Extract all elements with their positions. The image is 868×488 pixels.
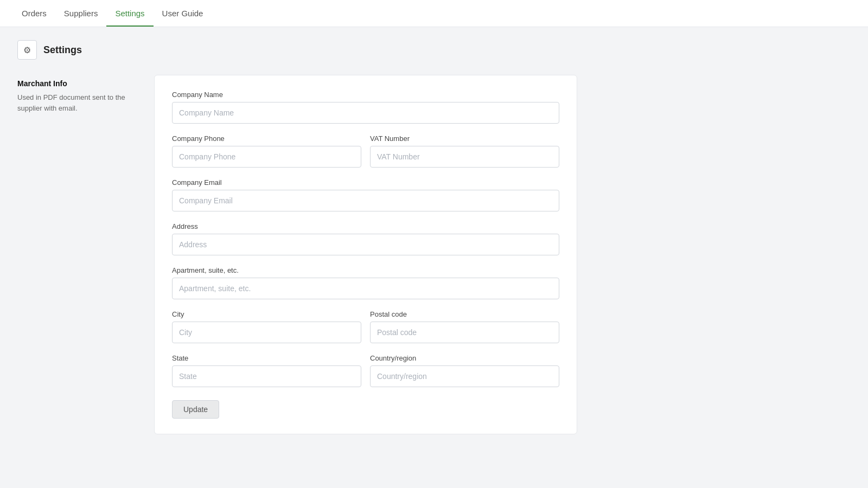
company-phone-label: Company Phone bbox=[172, 134, 361, 143]
sidebar-section-title: Marchant Info bbox=[17, 79, 137, 88]
apartment-group: Apartment, suite, etc. bbox=[172, 266, 559, 299]
address-label: Address bbox=[172, 222, 559, 230]
vat-number-group: VAT Number bbox=[370, 134, 559, 168]
city-postal-row: City Postal code bbox=[172, 310, 559, 354]
company-name-input[interactable] bbox=[172, 102, 559, 124]
company-email-group: Company Email bbox=[172, 178, 559, 211]
company-email-input[interactable] bbox=[172, 190, 559, 211]
merchant-info-form: Company Name Company Phone VAT Number Co… bbox=[154, 75, 577, 434]
postal-code-group: Postal code bbox=[370, 310, 559, 343]
vat-number-label: VAT Number bbox=[370, 134, 559, 143]
nav-settings[interactable]: Settings bbox=[106, 1, 153, 27]
nav-suppliers[interactable]: Suppliers bbox=[55, 1, 107, 27]
company-phone-group: Company Phone bbox=[172, 134, 361, 168]
address-group: Address bbox=[172, 222, 559, 255]
state-label: State bbox=[172, 354, 361, 362]
nav-user-guide[interactable]: User Guide bbox=[154, 1, 212, 27]
vat-number-input[interactable] bbox=[370, 146, 559, 168]
country-input[interactable] bbox=[370, 365, 559, 387]
phone-vat-row: Company Phone VAT Number bbox=[172, 134, 559, 178]
top-navigation: Orders Suppliers Settings User Guide bbox=[0, 0, 868, 27]
main-layout: Marchant Info Used in PDF document sent … bbox=[17, 75, 851, 434]
sidebar-section-description: Used in PDF document sent to the supplie… bbox=[17, 92, 137, 113]
city-label: City bbox=[172, 310, 361, 318]
page-title: Settings bbox=[43, 44, 82, 56]
country-group: Country/region bbox=[370, 354, 559, 387]
nav-orders[interactable]: Orders bbox=[13, 1, 55, 27]
country-label: Country/region bbox=[370, 354, 559, 362]
postal-code-input[interactable] bbox=[370, 322, 559, 343]
apartment-label: Apartment, suite, etc. bbox=[172, 266, 559, 274]
sidebar-info: Marchant Info Used in PDF document sent … bbox=[17, 75, 137, 113]
state-country-row: State Country/region bbox=[172, 354, 559, 398]
company-email-label: Company Email bbox=[172, 178, 559, 187]
apartment-input[interactable] bbox=[172, 278, 559, 299]
state-input[interactable] bbox=[172, 365, 361, 387]
company-phone-input[interactable] bbox=[172, 146, 361, 168]
page-content: ⚙ Settings Marchant Info Used in PDF doc… bbox=[0, 27, 868, 447]
update-button[interactable]: Update bbox=[172, 400, 219, 419]
city-group: City bbox=[172, 310, 361, 343]
city-input[interactable] bbox=[172, 322, 361, 343]
settings-header: ⚙ Settings bbox=[17, 40, 851, 60]
address-input[interactable] bbox=[172, 234, 559, 255]
postal-code-label: Postal code bbox=[370, 310, 559, 318]
company-name-label: Company Name bbox=[172, 91, 559, 99]
state-group: State bbox=[172, 354, 361, 387]
company-name-group: Company Name bbox=[172, 91, 559, 124]
gear-icon: ⚙ bbox=[17, 40, 37, 60]
